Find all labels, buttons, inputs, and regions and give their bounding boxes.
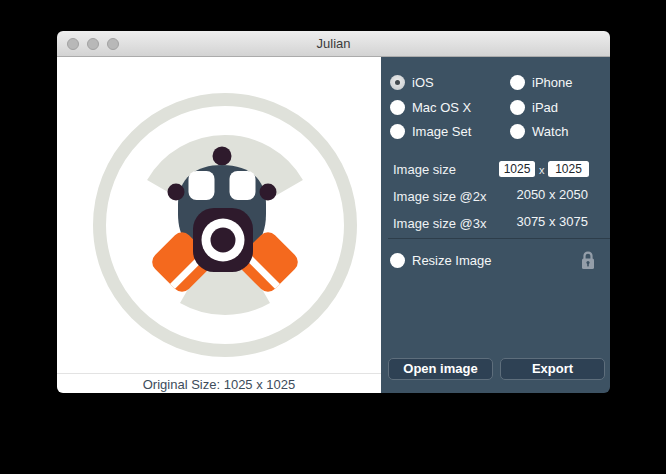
radio-ios[interactable]: iOS [390,74,434,90]
width-input[interactable] [499,161,535,177]
zoom-button-icon[interactable] [107,38,119,50]
resize-image-circle-icon[interactable] [390,253,405,268]
image-size-3x-label: Image size @3x [393,216,486,231]
lock-icon[interactable] [581,251,595,270]
radio-ipad-circle-icon[interactable] [510,100,525,115]
image-size-2x-value: 2050 x 2050 [516,187,588,202]
height-input[interactable] [548,161,589,177]
close-button-icon[interactable] [67,38,79,50]
radio-iphone-label: iPhone [532,75,572,90]
radio-watch-label: Watch [532,124,568,139]
section-divider [388,238,610,239]
radio-ipad[interactable]: iPad [510,99,558,115]
size-separator: x [539,164,545,176]
radio-imageset-label: Image Set [412,124,471,139]
radio-watch-circle-icon[interactable] [510,124,525,139]
radio-ipad-label: iPad [532,100,558,115]
caption-divider [57,373,381,374]
settings-panel: iOS iPhone Mac OS X iPad Image Set Watch… [381,57,610,393]
radio-macosx[interactable]: Mac OS X [390,99,471,115]
radio-iphone-circle-icon[interactable] [510,75,525,90]
radio-imageset[interactable]: Image Set [390,123,471,139]
app-window: Julian [57,31,610,393]
radio-macosx-circle-icon[interactable] [390,100,405,115]
image-size-3x-value: 3075 x 3075 [516,214,588,229]
radio-ios-label: iOS [412,75,434,90]
export-button[interactable]: Export [500,358,605,380]
radio-watch[interactable]: Watch [510,123,568,139]
radio-macosx-label: Mac OS X [412,100,471,115]
radio-ios-circle-icon[interactable] [390,75,405,90]
image-preview-panel: Original Size: 1025 x 1025 [57,57,381,393]
titlebar[interactable]: Julian [57,31,610,57]
radio-iphone[interactable]: iPhone [510,74,572,90]
image-size-2x-label: Image size @2x [393,189,486,204]
window-title: Julian [57,31,610,57]
radio-imageset-circle-icon[interactable] [390,124,405,139]
original-size-caption: Original Size: 1025 x 1025 [57,377,381,392]
resize-image-checkbox[interactable]: Resize Image [390,252,491,268]
minimize-button-icon[interactable] [87,38,99,50]
gas-mask-radiation-illustration [90,86,360,364]
resize-image-label: Resize Image [412,253,491,268]
open-image-button[interactable]: Open image [388,358,493,380]
image-size-label: Image size [393,162,456,177]
